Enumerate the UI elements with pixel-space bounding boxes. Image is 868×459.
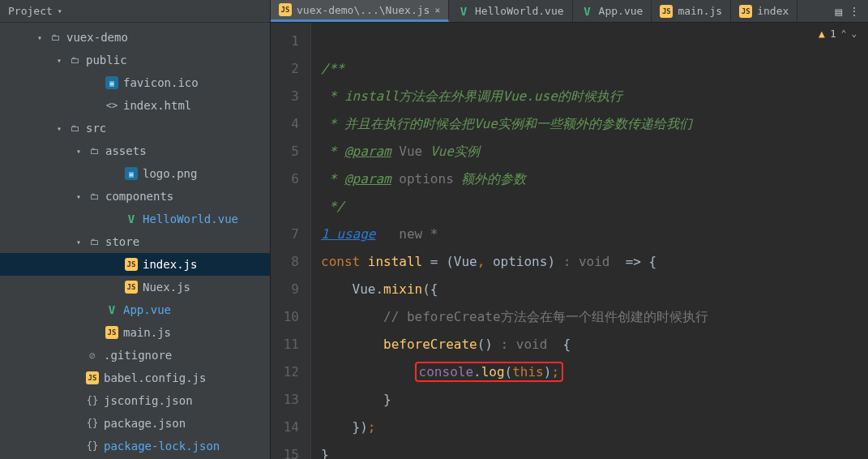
tree-item[interactable]: ▣favicon.ico: [0, 71, 270, 94]
image-icon: ▣: [125, 167, 138, 180]
tree-item-label: App.vue: [123, 303, 171, 316]
editor-tab[interactable]: VHelloWorld.vue: [449, 0, 573, 22]
line-gutter: 123456 789101112131415: [271, 23, 311, 459]
editor-tab[interactable]: JSindex: [731, 0, 797, 22]
chevron-icon[interactable]: [36, 33, 44, 42]
tree-item-label: Nuex.js: [143, 281, 190, 294]
editor-tab[interactable]: VApp.vue: [573, 0, 652, 22]
tab-label: main.js: [678, 5, 722, 17]
close-icon[interactable]: ✕: [434, 5, 440, 15]
chevron-icon[interactable]: [75, 147, 83, 156]
editor-tabs: JSvuex-demo\...\Nuex.js✕VHelloWorld.vueV…: [271, 0, 868, 23]
tree-item[interactable]: 🗀store: [0, 230, 270, 253]
tree-item[interactable]: 🗀public: [0, 49, 270, 71]
json-icon: {}: [86, 440, 99, 453]
line-number: 8: [271, 248, 299, 276]
tree-item-label: store: [105, 235, 139, 248]
vue-icon: V: [105, 303, 118, 316]
tree-item-label: assets: [105, 144, 147, 157]
line-number: 6: [271, 165, 299, 193]
line-number: 5: [271, 138, 299, 165]
tree-item[interactable]: JSNuex.js: [0, 276, 270, 298]
tab-label: vuex-demo\...\Nuex.js: [297, 4, 430, 16]
code-editor[interactable]: /** * install方法会在外界调用Vue.use的时候执行 * 并且在执…: [311, 23, 868, 459]
js-icon: JS: [86, 371, 99, 384]
line-number: 4: [271, 110, 299, 138]
line-number: 2: [271, 55, 299, 83]
vue-icon: V: [581, 5, 594, 18]
code-line: * install方法会在外界调用Vue.use的时候执行: [321, 88, 622, 104]
highlighted-line: console.log(this);: [415, 362, 563, 382]
json-icon: {}: [86, 417, 99, 430]
line-number: 3: [271, 83, 299, 110]
tree-item[interactable]: 🗀assets: [0, 139, 270, 162]
file-structure-icon[interactable]: ▤: [836, 5, 842, 18]
tree-item-label: main.js: [123, 326, 171, 339]
image-icon: ▣: [105, 76, 118, 89]
editor-tab[interactable]: JSmain.js: [652, 0, 731, 22]
json-icon: {}: [86, 394, 99, 407]
tree-item[interactable]: {}package.json: [0, 412, 270, 435]
js-icon: JS: [279, 3, 292, 16]
js-icon: JS: [105, 326, 118, 339]
tree-item[interactable]: ▣logo.png: [0, 162, 270, 185]
tab-more-icon[interactable]: ⋮: [849, 5, 860, 18]
tree-item-label: favicon.ico: [123, 76, 199, 89]
line-number: 10: [271, 303, 299, 331]
js-icon: JS: [739, 5, 752, 18]
project-tree: 🗀vuex-demo🗀public▣favicon.ico<>index.htm…: [0, 23, 270, 457]
tree-item-label: package-lock.json: [104, 440, 220, 453]
tab-label: HelloWorld.vue: [475, 5, 564, 17]
project-sidebar: Project 🗀vuex-demo🗀public▣favicon.ico<>i…: [0, 0, 271, 459]
editor-body: ▲ 1 ⌃ ⌄ 123456 789101112131415 /** * ins…: [271, 23, 868, 459]
code-line: * 并且在执行的时候会把Vue实例和一些额外的参数传递给我们: [321, 116, 692, 131]
folder-icon: 🗀: [88, 190, 100, 203]
line-number: 13: [271, 386, 299, 414]
tree-item-label: HelloWorld.vue: [143, 212, 238, 225]
vue-icon: V: [457, 5, 470, 18]
line-number: 7: [271, 221, 299, 248]
js-icon: JS: [660, 5, 673, 18]
tab-label: index: [757, 5, 789, 17]
vue-icon: V: [125, 212, 138, 225]
tree-item[interactable]: ⊘.gitignore: [0, 344, 270, 367]
tree-item-label: components: [105, 190, 173, 203]
js-icon: JS: [125, 281, 138, 294]
line-number: 1: [271, 28, 299, 55]
usages-link[interactable]: 1 usage: [321, 226, 375, 242]
tree-item-label: index.js: [143, 258, 197, 271]
tree-item-label: vuex-demo: [66, 31, 128, 44]
tree-item[interactable]: <>index.html: [0, 94, 270, 117]
tree-item-label: babel.config.js: [104, 371, 206, 384]
tree-item-label: logo.png: [143, 167, 197, 180]
folder-icon: 🗀: [49, 31, 62, 44]
tree-item[interactable]: {}jsconfig.json: [0, 389, 270, 412]
code-line: /**: [321, 61, 344, 76]
tree-item[interactable]: VApp.vue: [0, 298, 270, 321]
editor-area: JSvuex-demo\...\Nuex.js✕VHelloWorld.vueV…: [271, 0, 868, 459]
line-number: 9: [271, 276, 299, 303]
line-number: 11: [271, 331, 299, 358]
tree-item-label: .gitignore: [104, 349, 172, 362]
chevron-icon[interactable]: [55, 56, 63, 65]
tree-item[interactable]: JSmain.js: [0, 321, 270, 344]
tree-item[interactable]: 🗀src: [0, 117, 270, 139]
chevron-icon[interactable]: [55, 124, 63, 133]
tree-item[interactable]: JSindex.js: [0, 253, 270, 276]
tree-item[interactable]: 🗀vuex-demo: [0, 26, 270, 49]
tree-item[interactable]: {}package-lock.json: [0, 435, 270, 457]
tree-item[interactable]: 🗀components: [0, 185, 270, 208]
html-icon: <>: [105, 99, 118, 112]
sidebar-header[interactable]: Project: [0, 0, 270, 23]
line-number: 12: [271, 358, 299, 386]
tree-item-label: jsconfig.json: [104, 394, 193, 407]
chevron-down-icon: [56, 6, 64, 15]
tree-item[interactable]: VHelloWorld.vue: [0, 208, 270, 230]
tree-item-label: index.html: [123, 99, 191, 112]
chevron-icon[interactable]: [75, 192, 83, 201]
editor-tab[interactable]: JSvuex-demo\...\Nuex.js✕: [271, 0, 449, 22]
folder-icon: 🗀: [88, 235, 100, 248]
chevron-icon[interactable]: [75, 238, 83, 247]
tree-item[interactable]: JSbabel.config.js: [0, 367, 270, 389]
tree-item-label: src: [86, 122, 106, 135]
